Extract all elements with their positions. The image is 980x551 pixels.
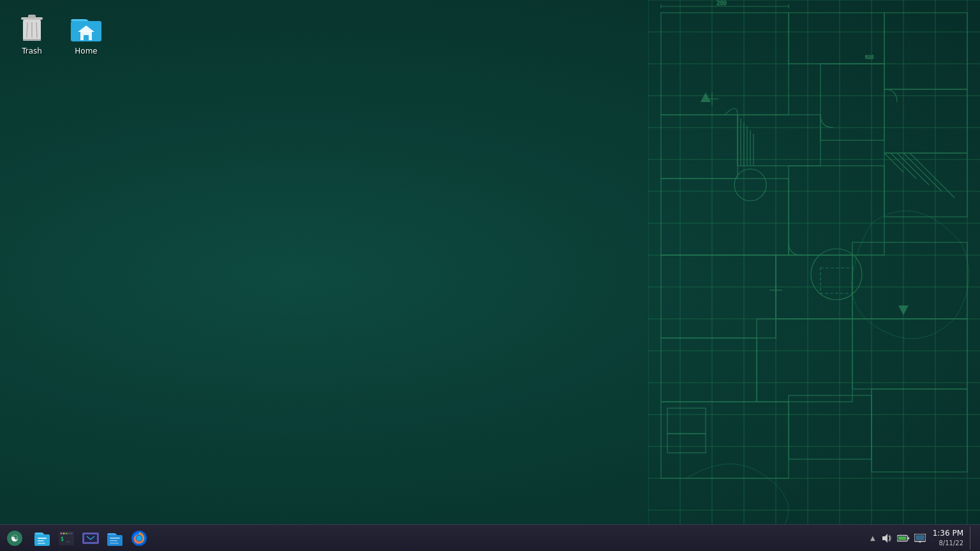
svg-rect-30	[789, 13, 884, 64]
start-menu-button[interactable]: ☯	[3, 526, 27, 550]
svg-rect-31	[884, 13, 967, 89]
svg-point-96	[66, 533, 67, 534]
svg-rect-85	[84, 35, 89, 40]
svg-line-70	[910, 153, 954, 198]
taskbar-apps: $ _ ⟩⟩	[27, 527, 151, 550]
svg-rect-81	[23, 39, 41, 41]
battery-tray-icon[interactable]	[897, 532, 910, 545]
svg-rect-35	[884, 89, 967, 153]
svg-marker-113	[882, 534, 887, 543]
svg-rect-45	[661, 402, 789, 478]
svg-marker-72	[898, 305, 909, 315]
svg-rect-39	[661, 255, 776, 338]
svg-text:$ _: $ _	[61, 536, 70, 542]
svg-marker-71	[701, 92, 711, 102]
taskbar-left: ☯	[0, 526, 27, 550]
svg-rect-76	[28, 15, 36, 18]
svg-rect-33	[738, 115, 820, 166]
svg-point-49	[734, 169, 766, 201]
volume-tray-icon[interactable]	[880, 532, 893, 545]
svg-rect-102	[84, 534, 97, 542]
svg-rect-38	[884, 153, 967, 217]
svg-line-67	[891, 153, 916, 179]
files-app-button[interactable]	[31, 527, 54, 550]
home-icon-image	[71, 13, 101, 44]
system-clock[interactable]: 1:36 PM 8/11/22	[930, 529, 966, 547]
svg-rect-116	[898, 536, 906, 540]
desktop-icons-area: Trash	[3, 6, 115, 62]
svg-rect-65	[667, 434, 706, 453]
svg-point-95	[63, 533, 64, 534]
svg-rect-63	[820, 268, 852, 293]
svg-rect-46	[789, 395, 872, 459]
svg-line-69	[903, 153, 942, 191]
svg-rect-42	[661, 338, 757, 402]
svg-text:200: 200	[716, 1, 726, 6]
svg-rect-47	[872, 389, 967, 472]
desktop: 200 R25	[0, 0, 980, 551]
svg-rect-34	[820, 64, 884, 140]
svg-rect-108	[110, 543, 119, 544]
trash-icon-image	[17, 13, 47, 44]
svg-rect-32	[661, 115, 738, 179]
tray-expand-button[interactable]: ▲	[869, 533, 877, 543]
svg-line-68	[897, 153, 929, 185]
show-desktop-button[interactable]	[970, 527, 975, 550]
svg-point-48	[811, 249, 862, 300]
svg-point-112	[137, 536, 142, 541]
trash-label: Trash	[22, 47, 42, 55]
svg-rect-40	[776, 255, 852, 319]
svg-line-66	[884, 153, 903, 172]
clock-time: 1:36 PM	[933, 529, 963, 539]
settings-app-button[interactable]: ⟩⟩	[79, 527, 102, 550]
home-icon[interactable]: Home	[61, 10, 112, 59]
clock-date: 8/11/22	[939, 539, 963, 547]
files2-app-button[interactable]	[103, 527, 126, 550]
firefox-app-button[interactable]	[128, 527, 151, 550]
svg-rect-44	[852, 319, 967, 389]
taskbar-tray: ▲	[869, 527, 980, 550]
trash-icon[interactable]: Trash	[6, 10, 57, 59]
svg-rect-90	[38, 540, 44, 541]
svg-rect-43	[757, 319, 852, 402]
svg-rect-107	[110, 540, 117, 541]
svg-rect-41	[852, 242, 967, 319]
svg-rect-91	[38, 543, 45, 544]
svg-rect-115	[907, 537, 909, 540]
svg-rect-37	[789, 166, 884, 255]
svg-line-78	[27, 22, 27, 38]
svg-point-94	[61, 533, 62, 534]
svg-rect-89	[38, 538, 47, 539]
taskbar: ☯	[0, 524, 980, 551]
svg-rect-64	[667, 408, 706, 434]
svg-text:R25: R25	[865, 55, 874, 60]
svg-rect-36	[661, 179, 789, 255]
svg-rect-106	[110, 538, 120, 539]
svg-line-80	[36, 22, 37, 38]
svg-rect-118	[916, 535, 924, 540]
blueprint-background: 200 R25	[648, 0, 980, 551]
svg-rect-29	[661, 13, 789, 115]
home-label: Home	[75, 47, 97, 55]
nemo-app-button[interactable]: $ _	[55, 527, 78, 550]
svg-text:☯: ☯	[11, 533, 19, 543]
display-tray-icon[interactable]	[914, 532, 926, 545]
